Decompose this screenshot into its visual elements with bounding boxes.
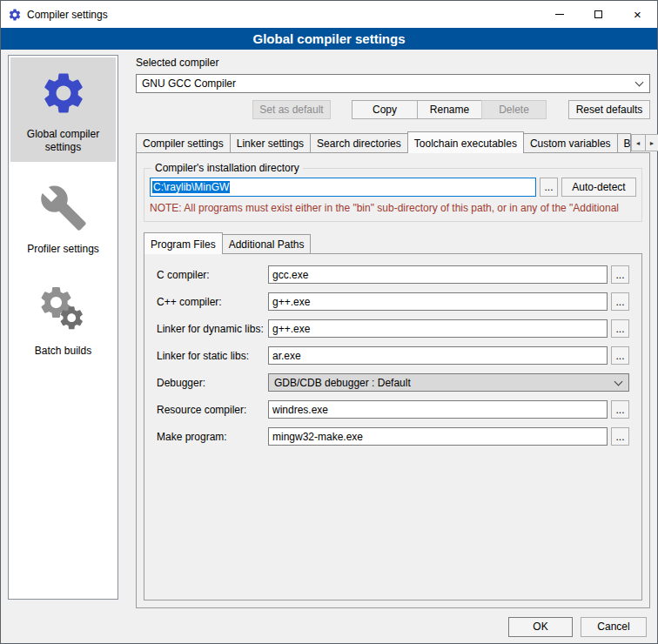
gear-icon bbox=[39, 69, 88, 117]
make-program-label: Make program: bbox=[157, 431, 268, 443]
selected-compiler-value: GNU GCC Compiler bbox=[142, 77, 636, 90]
field-row: Resource compiler: ... bbox=[157, 400, 629, 419]
cpp-compiler-browse-button[interactable]: ... bbox=[611, 292, 629, 311]
tab-search-directories[interactable]: Search directories bbox=[310, 133, 408, 152]
dialog-header: Global compiler settings bbox=[1, 28, 657, 50]
debugger-combobox[interactable]: GDB/CDB debugger : Default bbox=[268, 373, 629, 392]
left-arrow-icon: ◄ bbox=[635, 140, 641, 146]
installation-directory-group: Compiler's installation directory C:\ray… bbox=[144, 162, 642, 222]
field-row: C++ compiler: ... bbox=[157, 292, 629, 311]
maximize-icon bbox=[594, 10, 602, 18]
ok-button[interactable]: OK bbox=[508, 617, 573, 637]
profiler-icon bbox=[39, 184, 88, 232]
chevron-down-icon bbox=[635, 78, 644, 87]
compiler-settings-window: Compiler settings × Global compiler sett… bbox=[0, 0, 658, 644]
minimize-button[interactable] bbox=[540, 1, 579, 28]
toolchain-executables-panel: Compiler's installation directory C:\ray… bbox=[136, 152, 650, 608]
maximize-button[interactable] bbox=[579, 1, 618, 28]
rename-button[interactable]: Rename bbox=[417, 100, 482, 119]
window-title: Compiler settings bbox=[27, 9, 108, 21]
debugger-label: Debugger: bbox=[157, 377, 268, 389]
batch-builds-icon bbox=[39, 285, 88, 334]
window-controls: × bbox=[540, 1, 657, 28]
dynamic-linker-label: Linker for dynamic libs: bbox=[157, 323, 268, 335]
settings-tabbar: Compiler settings Linker settings Search… bbox=[136, 131, 650, 152]
field-row: Debugger: GDB/CDB debugger : Default bbox=[157, 373, 629, 392]
debugger-value: GDB/CDB debugger : Default bbox=[274, 377, 615, 389]
tab-linker-settings[interactable]: Linker settings bbox=[230, 133, 311, 152]
cancel-button[interactable]: Cancel bbox=[581, 617, 647, 637]
installation-directory-note: NOTE: All programs must exist either in … bbox=[150, 202, 636, 214]
tab-scroll-buttons: ◄ ► bbox=[631, 134, 658, 151]
field-row: C compiler: ... bbox=[157, 265, 629, 284]
chevron-down-icon bbox=[614, 377, 623, 386]
set-as-default-button: Set as default bbox=[252, 100, 331, 119]
dialog-content: Global compiler settings Profiler settin… bbox=[1, 50, 657, 610]
resource-compiler-label: Resource compiler: bbox=[157, 404, 268, 416]
field-row: Make program: ... bbox=[157, 427, 629, 446]
sidebar-item-label: Profiler settings bbox=[27, 243, 99, 256]
delete-button: Delete bbox=[481, 100, 547, 119]
sidebar-item-global-compiler-settings[interactable]: Global compiler settings bbox=[10, 57, 116, 162]
resource-compiler-browse-button[interactable]: ... bbox=[611, 400, 629, 419]
program-tabbar: Program Files Additional Paths bbox=[144, 232, 642, 253]
c-compiler-browse-button[interactable]: ... bbox=[611, 265, 629, 284]
make-program-input[interactable] bbox=[268, 427, 608, 446]
cpp-compiler-input[interactable] bbox=[268, 292, 608, 311]
reset-defaults-button[interactable]: Reset defaults bbox=[568, 100, 650, 119]
tab-compiler-settings[interactable]: Compiler settings bbox=[136, 133, 231, 152]
dynamic-linker-input[interactable] bbox=[268, 319, 608, 338]
resource-compiler-input[interactable] bbox=[268, 400, 608, 419]
c-compiler-label: C compiler: bbox=[157, 269, 268, 281]
sidebar-item-profiler-settings[interactable]: Profiler settings bbox=[10, 172, 116, 264]
static-linker-browse-button[interactable]: ... bbox=[611, 346, 629, 365]
tab-custom-variables[interactable]: Custom variables bbox=[523, 133, 618, 152]
tab-scroll-left-button[interactable]: ◄ bbox=[631, 134, 646, 151]
cpp-compiler-label: C++ compiler: bbox=[157, 296, 268, 308]
category-sidebar: Global compiler settings Profiler settin… bbox=[8, 55, 118, 600]
close-button[interactable]: × bbox=[618, 1, 657, 28]
make-program-browse-button[interactable]: ... bbox=[611, 427, 629, 446]
right-arrow-icon: ► bbox=[649, 140, 655, 146]
installation-directory-selected-text: C:\raylib\MinGW bbox=[152, 181, 230, 193]
static-linker-label: Linker for static libs: bbox=[157, 350, 268, 362]
static-linker-input[interactable] bbox=[268, 346, 608, 365]
titlebar: Compiler settings × bbox=[1, 1, 657, 28]
field-row: Linker for static libs: ... bbox=[157, 346, 629, 365]
field-row: Linker for dynamic libs: ... bbox=[157, 319, 629, 338]
c-compiler-input[interactable] bbox=[268, 265, 608, 284]
compiler-actions-row: Set as default Copy Rename Delete Reset … bbox=[136, 100, 650, 119]
selected-compiler-combobox[interactable]: GNU GCC Compiler bbox=[136, 74, 650, 93]
copy-button[interactable]: Copy bbox=[352, 100, 418, 119]
tab-program-files[interactable]: Program Files bbox=[144, 232, 223, 254]
dialog-header-title: Global compiler settings bbox=[252, 31, 405, 46]
dialog-footer: OK Cancel bbox=[1, 610, 657, 643]
minimize-icon bbox=[555, 14, 564, 15]
close-icon: × bbox=[634, 8, 641, 21]
sidebar-item-label: Global compiler settings bbox=[12, 128, 114, 154]
sidebar-item-label: Batch builds bbox=[35, 345, 91, 358]
installation-directory-group-title: Compiler's installation directory bbox=[151, 162, 303, 174]
dynamic-linker-browse-button[interactable]: ... bbox=[611, 319, 629, 338]
sidebar-item-batch-builds[interactable]: Batch builds bbox=[10, 274, 116, 366]
selected-compiler-label: Selected compiler bbox=[136, 57, 650, 69]
program-files-panel: C compiler: ... C++ compiler: ... Linker… bbox=[144, 253, 642, 600]
tab-toolchain-executables[interactable]: Toolchain executables bbox=[407, 131, 524, 153]
app-icon bbox=[8, 8, 22, 22]
tab-scroll-right-button[interactable]: ► bbox=[645, 134, 658, 151]
main-area: Selected compiler GNU GCC Compiler Set a… bbox=[127, 55, 650, 610]
browse-directory-button[interactable]: ... bbox=[540, 178, 558, 197]
tab-build-options-clipped[interactable]: Buil bbox=[617, 133, 631, 152]
installation-directory-input[interactable]: C:\raylib\MinGW bbox=[150, 178, 536, 197]
auto-detect-button[interactable]: Auto-detect bbox=[561, 178, 636, 197]
installation-directory-row: C:\raylib\MinGW ... Auto-detect bbox=[150, 178, 636, 197]
tab-additional-paths[interactable]: Additional Paths bbox=[222, 234, 312, 253]
